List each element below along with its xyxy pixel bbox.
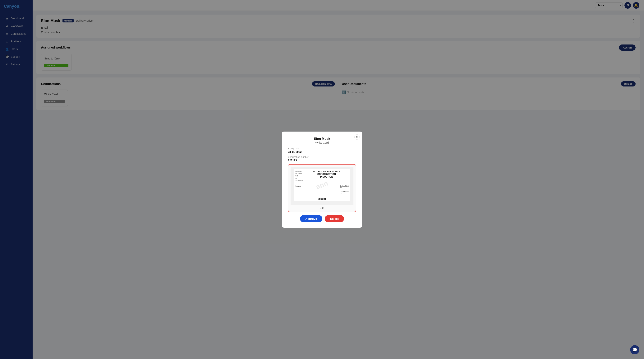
cert-image-box: ann enslandernmentt ofndy-General OCCUPA… bbox=[288, 164, 356, 212]
expiry-label: Expiry date bbox=[288, 147, 356, 150]
cert-image-header: enslandernmentt ofndy-General OCCUPATION… bbox=[295, 170, 348, 183]
cert-image-card: ann enslandernmentt ofndy-General OCCUPA… bbox=[294, 169, 350, 201]
approve-button[interactable]: Approve bbox=[300, 215, 322, 222]
cert-number-value: 123123 bbox=[288, 159, 356, 162]
cert-img-issue-row: Issue date/ / bbox=[295, 190, 348, 194]
expiry-field: Expiry date 23-11-2022 bbox=[288, 147, 356, 153]
reject-button[interactable]: Reject bbox=[325, 215, 344, 222]
cert-img-id: 000001 bbox=[301, 198, 343, 201]
chat-bubble-button[interactable]: 💬 bbox=[630, 345, 640, 354]
cert-img-dob-label: Date of birt/ / bbox=[340, 185, 349, 189]
cert-img-details-row: t name Date of birt/ / bbox=[295, 184, 348, 189]
modal-actions: Approve Reject bbox=[288, 215, 356, 222]
modal-overlay[interactable]: × Elon Musk White Card Expiry date 23-11… bbox=[0, 0, 644, 359]
modal-title: Elon Musk bbox=[288, 137, 356, 141]
cert-img-name-label: t name bbox=[295, 185, 301, 189]
cert-img-title: OCCUPATIONAL HEALTH AND S CONSTRUCTIONIN… bbox=[304, 170, 349, 182]
cert-img-issue-label: Issue date/ / bbox=[340, 191, 349, 194]
cert-number-label: Certification number bbox=[288, 156, 356, 158]
modal-subtitle: White Card bbox=[288, 141, 356, 144]
edit-link[interactable]: Edit bbox=[290, 206, 354, 209]
expiry-value: 23-11-2022 bbox=[288, 150, 356, 153]
cert-image-content: ann enslandernmentt ofndy-General OCCUPA… bbox=[290, 167, 354, 205]
modal-header: Elon Musk White Card bbox=[288, 137, 356, 144]
cert-img-org: enslandernmentt ofndy-General bbox=[295, 170, 303, 182]
modal: × Elon Musk White Card Expiry date 23-11… bbox=[282, 132, 362, 228]
modal-close-button[interactable]: × bbox=[354, 134, 360, 140]
cert-number-field: Certification number 123123 bbox=[288, 156, 356, 162]
